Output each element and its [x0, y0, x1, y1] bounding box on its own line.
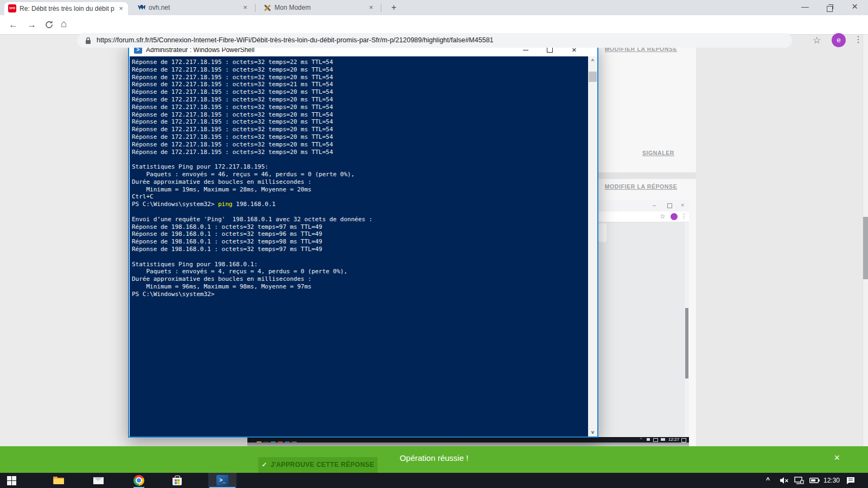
volume-muted-icon[interactable] [780, 477, 789, 484]
scroll-up-icon[interactable]: ^ [588, 57, 597, 64]
toast-close-icon[interactable]: × [834, 452, 840, 464]
tab-mon-modem[interactable]: Mon Modem × [258, 0, 380, 15]
powershell-window[interactable]: > Administrateur : Windows PowerShell × … [128, 42, 598, 438]
embedded-tray-chevron-icon: ^ [640, 437, 642, 441]
console-line: Réponse de 172.217.18.195 : octets=32 te… [132, 81, 588, 88]
profile-avatar[interactable]: e [832, 33, 846, 47]
approve-reply-button[interactable]: ✓J'APPROUVE CETTE RÉPONSE [258, 457, 378, 473]
browser-menu-icon[interactable]: ⋮ [854, 34, 863, 44]
embedded-tray-notification-icon [681, 438, 686, 442]
success-toast: Opération réussie ! × ✓J'APPROUVE CETTE … [0, 446, 868, 473]
start-button[interactable] [7, 476, 16, 485]
report-link[interactable]: SIGNALER [642, 150, 674, 156]
card-divider [586, 172, 696, 179]
url-text[interactable]: https://forum.sfr.fr/t5/Connexion-Intern… [97, 33, 786, 48]
ovh-favicon [137, 4, 146, 11]
console-line: Statistiques Ping pour 198.168.0.1: [132, 261, 588, 268]
console-line: Ctrl+C [132, 193, 588, 201]
console-line: Réponse de 172.217.18.195 : octets=32 te… [132, 74, 588, 81]
bookmark-star-icon[interactable]: ☆ [813, 35, 821, 46]
tab-ovh[interactable]: ovh.net × [132, 0, 254, 15]
toast-message: Opération réussie ! [0, 446, 868, 473]
embedded-screenshot-image: – × ☆ ⋮ [598, 200, 689, 436]
tab-separator [255, 4, 256, 12]
console-scrollbar-thumb[interactable] [589, 72, 597, 82]
network-icon[interactable] [794, 477, 804, 484]
action-center-icon[interactable] [846, 477, 855, 485]
tab-separator [381, 4, 381, 12]
new-tab-button[interactable]: + [387, 1, 400, 14]
embedded-scrollbar-thumb [685, 308, 688, 378]
lock-icon [85, 37, 91, 44]
console-scrollbar[interactable]: ^ v [588, 56, 597, 436]
battery-icon[interactable] [809, 478, 820, 483]
forum-post-card [586, 35, 696, 172]
check-icon: ✓ [261, 461, 267, 468]
console-line: Réponse de 172.217.18.195 : octets=32 te… [132, 141, 588, 149]
console-line: Réponse de 172.217.18.195 : octets=32 te… [132, 96, 588, 104]
embedded-close-icon: × [681, 201, 684, 209]
console-line: PS C:\Windows\system32> ping 198.168.0.1 [132, 201, 588, 208]
home-icon[interactable]: ⌂ [61, 18, 67, 29]
page-gutter-right [696, 35, 863, 473]
tab-title: ovh.net [149, 1, 235, 14]
embedded-restore-icon [667, 203, 672, 208]
scroll-down-icon[interactable]: v [588, 429, 597, 435]
window-close-button[interactable]: × [852, 1, 858, 12]
taskbar: >_ ^ 12:30 [0, 473, 868, 488]
console-line: Réponse de 172.217.18.195 : octets=32 te… [132, 149, 588, 156]
console-line: Réponse de 198.168.0.1 : octets=32 temps… [132, 223, 588, 231]
console-line: Paquets : envoyés = 46, reçus = 46, perd… [132, 171, 588, 178]
embedded-tray-clock: 12:27 [668, 437, 679, 442]
embedded-titlebar: – × [598, 200, 689, 211]
console-line: Durée approximative des boucles en milli… [132, 178, 588, 186]
console-line [132, 253, 588, 261]
crossed-tools-favicon [263, 3, 272, 12]
console-line: Réponse de 172.217.18.195 : octets=32 te… [132, 118, 588, 126]
embedded-screenshot-bottom-edge [247, 442, 689, 446]
forward-icon[interactable]: → [27, 20, 36, 30]
page-scrollbar-thumb[interactable] [863, 217, 868, 279]
console-line: Réponse de 198.168.0.1 : octets=32 temps… [132, 230, 588, 238]
embedded-tray-network-icon [653, 438, 658, 442]
tray-chevron-icon[interactable]: ^ [766, 476, 770, 484]
modify-reply-link-bottom[interactable]: MODIFIER LA RÉPONSE [586, 183, 696, 190]
browser-toolbar: ← → ⌂ https://forum.sfr.fr/t5/Connexion-… [0, 15, 868, 35]
embedded-tray-speaker-icon [647, 438, 650, 441]
embedded-toolbar: ☆ ⋮ [598, 211, 689, 222]
taskbar-clock[interactable]: 12:30 [824, 473, 840, 488]
tab-close-icon[interactable]: × [241, 3, 250, 12]
console-line: Réponse de 198.168.0.1 : octets=32 temps… [132, 246, 588, 253]
console-line: Réponse de 172.217.18.195 : octets=32 te… [132, 104, 588, 111]
embedded-minimize-icon: – [653, 201, 656, 209]
tab-sfr-forum[interactable]: SFR Re: Débit très très loin du débit p … [4, 2, 128, 15]
console-line: Minimum = 19ms, Maximum = 28ms, Moyenne … [132, 186, 588, 194]
console-line: Réponse de 198.168.0.1 : octets=32 temps… [132, 238, 588, 246]
console-line: Réponse de 172.217.18.195 : octets=32 te… [132, 88, 588, 96]
tab-close-icon[interactable]: × [367, 3, 375, 12]
console-line: Durée approximative des boucles en milli… [132, 275, 588, 283]
console-line: Paquets : envoyés = 4, reçus = 4, perdus… [132, 268, 588, 275]
embedded-avatar [671, 213, 678, 220]
embedded-menu-icon: ⋮ [681, 213, 687, 220]
window-minimize-button[interactable] [801, 7, 809, 8]
powershell-taskbar-button[interactable]: >_ [208, 473, 237, 488]
console-line: Statistiques Ping pour 172.217.18.195: [132, 163, 588, 171]
back-icon[interactable]: ← [9, 20, 18, 30]
console-line [132, 156, 588, 163]
tab-strip: SFR Re: Débit très très loin du débit p … [0, 0, 868, 15]
approve-reply-label: J'APPROUVE CETTE RÉPONSE [271, 461, 374, 468]
tab-title: Mon Modem [275, 1, 361, 14]
console-line: Réponse de 172.217.18.195 : octets=32 te… [132, 66, 588, 74]
chrome-icon[interactable] [133, 475, 144, 486]
console-line: Réponse de 172.217.18.195 : octets=32 te… [132, 133, 588, 141]
reload-icon[interactable] [44, 20, 54, 29]
embedded-bookmark-star-icon: ☆ [660, 213, 666, 220]
sfr-favicon: SFR [8, 4, 16, 12]
embedded-content-fragment [598, 223, 607, 242]
console-line: Réponse de 172.217.18.195 : octets=32 te… [132, 126, 588, 133]
tab-close-icon[interactable]: × [117, 4, 125, 13]
console-line: PS C:\Windows\system32> [132, 291, 588, 298]
console-line [132, 208, 588, 216]
console-output: Réponse de 172.217.18.195 : octets=32 te… [130, 56, 588, 436]
